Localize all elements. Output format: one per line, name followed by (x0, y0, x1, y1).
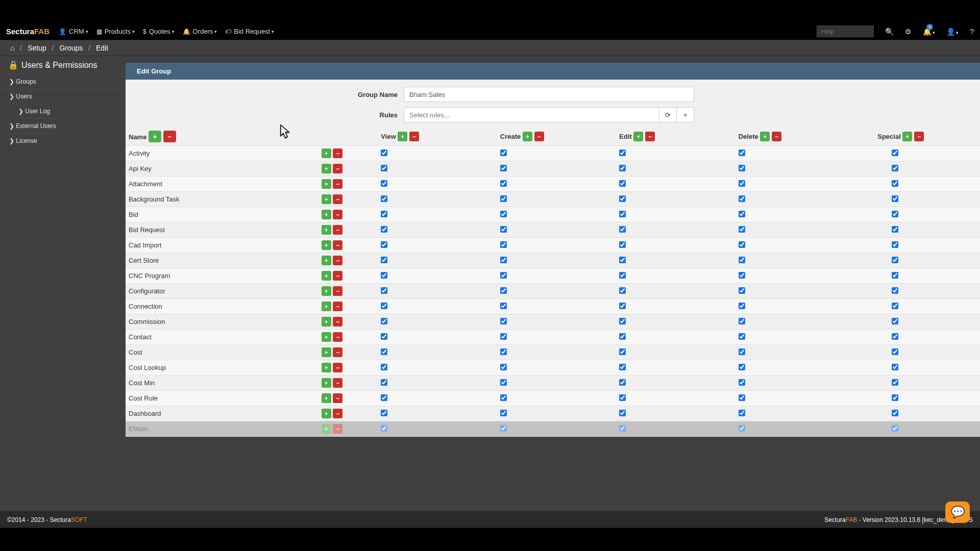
row-remove-button[interactable]: − (333, 409, 342, 418)
row-remove-button[interactable]: − (333, 378, 342, 388)
delete-checkbox[interactable] (739, 394, 745, 401)
row-add-button[interactable]: + (322, 148, 331, 158)
row-add-button[interactable]: + (322, 271, 331, 281)
notifications-bell-icon[interactable]: 🔔0▾ (923, 28, 935, 36)
special-checkbox[interactable] (892, 425, 898, 432)
row-remove-button[interactable]: − (333, 179, 342, 189)
view-checkbox[interactable] (381, 211, 387, 217)
row-add-button[interactable]: + (322, 424, 331, 434)
search-icon[interactable]: 🔍 (885, 28, 894, 36)
row-remove-button[interactable]: − (333, 393, 342, 403)
row-add-button[interactable]: + (322, 210, 331, 219)
row-remove-button[interactable]: − (333, 302, 342, 311)
create-remove-all-button[interactable]: − (534, 132, 544, 141)
nav-crm[interactable]: 👤CRM▾ (59, 28, 88, 35)
view-checkbox[interactable] (381, 257, 387, 263)
special-checkbox[interactable] (892, 180, 898, 187)
edit-checkbox[interactable] (619, 226, 626, 233)
special-remove-all-button[interactable]: − (914, 132, 924, 141)
view-checkbox[interactable] (381, 425, 387, 432)
nav-bid-request[interactable]: 🏷Bid Request▾ (225, 28, 274, 35)
delete-checkbox[interactable] (739, 364, 745, 370)
row-remove-button[interactable]: − (333, 317, 342, 327)
row-add-button[interactable]: + (322, 347, 331, 357)
view-checkbox[interactable] (381, 272, 387, 279)
row-remove-button[interactable]: − (333, 194, 342, 204)
special-checkbox[interactable] (892, 257, 898, 263)
sidebar-item-user-log[interactable]: ❯ User Log (0, 104, 126, 118)
view-checkbox[interactable] (381, 165, 387, 171)
row-add-button[interactable]: + (322, 317, 331, 327)
nav-orders[interactable]: 🔔Orders▾ (183, 28, 217, 35)
create-checkbox[interactable] (500, 149, 507, 156)
edit-checkbox[interactable] (619, 211, 626, 217)
row-add-button[interactable]: + (322, 409, 331, 418)
view-remove-all-button[interactable]: − (409, 132, 419, 141)
sidebar-item-external-users[interactable]: ❯ External Users (0, 118, 126, 133)
row-remove-button[interactable]: − (333, 225, 342, 235)
create-checkbox[interactable] (500, 303, 507, 309)
row-remove-button[interactable]: − (333, 210, 342, 219)
row-remove-button[interactable]: − (333, 240, 342, 250)
special-checkbox[interactable] (892, 318, 898, 324)
help-question-icon[interactable]: ? (970, 28, 974, 36)
create-checkbox[interactable] (500, 379, 507, 386)
edit-checkbox[interactable] (619, 257, 626, 263)
edit-checkbox[interactable] (619, 364, 626, 370)
create-checkbox[interactable] (500, 241, 507, 248)
view-checkbox[interactable] (381, 226, 387, 233)
delete-remove-all-button[interactable]: − (772, 132, 781, 141)
view-checkbox[interactable] (381, 318, 387, 324)
create-checkbox[interactable] (500, 195, 507, 202)
row-add-button[interactable]: + (322, 194, 331, 204)
create-checkbox[interactable] (500, 410, 507, 416)
delete-checkbox[interactable] (739, 180, 745, 187)
help-search-input[interactable] (817, 26, 874, 37)
view-checkbox[interactable] (381, 149, 387, 156)
delete-checkbox[interactable] (739, 149, 745, 156)
view-checkbox[interactable] (381, 410, 387, 416)
delete-checkbox[interactable] (739, 318, 745, 324)
create-checkbox[interactable] (500, 287, 507, 294)
rules-refresh-button[interactable]: ⟳ (659, 107, 677, 122)
edit-checkbox[interactable] (619, 425, 626, 432)
create-checkbox[interactable] (500, 165, 507, 171)
row-add-button[interactable]: + (322, 240, 331, 250)
edit-checkbox[interactable] (619, 165, 626, 171)
create-checkbox[interactable] (500, 272, 507, 279)
create-checkbox[interactable] (500, 348, 507, 355)
view-checkbox[interactable] (381, 364, 387, 370)
breadcrumb-groups[interactable]: Groups (59, 44, 83, 52)
edit-checkbox[interactable] (619, 410, 626, 416)
delete-checkbox[interactable] (739, 410, 745, 416)
delete-checkbox[interactable] (739, 211, 745, 217)
delete-checkbox[interactable] (739, 257, 745, 263)
create-checkbox[interactable] (500, 364, 507, 370)
row-add-button[interactable]: + (322, 393, 331, 403)
edit-checkbox[interactable] (619, 272, 626, 279)
special-checkbox[interactable] (892, 165, 898, 171)
settings-gear-icon[interactable]: ⚙ (905, 28, 912, 36)
row-remove-button[interactable]: − (333, 271, 342, 281)
create-checkbox[interactable] (500, 394, 507, 401)
view-checkbox[interactable] (381, 348, 387, 355)
edit-checkbox[interactable] (619, 348, 626, 355)
special-checkbox[interactable] (892, 226, 898, 233)
row-remove-button[interactable]: − (333, 148, 342, 158)
special-checkbox[interactable] (892, 364, 898, 370)
special-checkbox[interactable] (892, 303, 898, 309)
delete-checkbox[interactable] (739, 287, 745, 294)
row-remove-button[interactable]: − (333, 363, 342, 372)
row-add-button[interactable]: + (322, 225, 331, 235)
create-checkbox[interactable] (500, 257, 507, 263)
view-checkbox[interactable] (381, 287, 387, 294)
row-remove-button[interactable]: − (333, 164, 342, 173)
edit-remove-all-button[interactable]: − (645, 132, 655, 141)
row-add-button[interactable]: + (322, 164, 331, 173)
name-add-all-button[interactable]: + (149, 131, 161, 142)
create-checkbox[interactable] (500, 180, 507, 187)
special-checkbox[interactable] (892, 287, 898, 294)
create-checkbox[interactable] (500, 425, 507, 432)
chat-launcher-button[interactable]: 💬 (945, 502, 970, 523)
special-checkbox[interactable] (892, 410, 898, 416)
